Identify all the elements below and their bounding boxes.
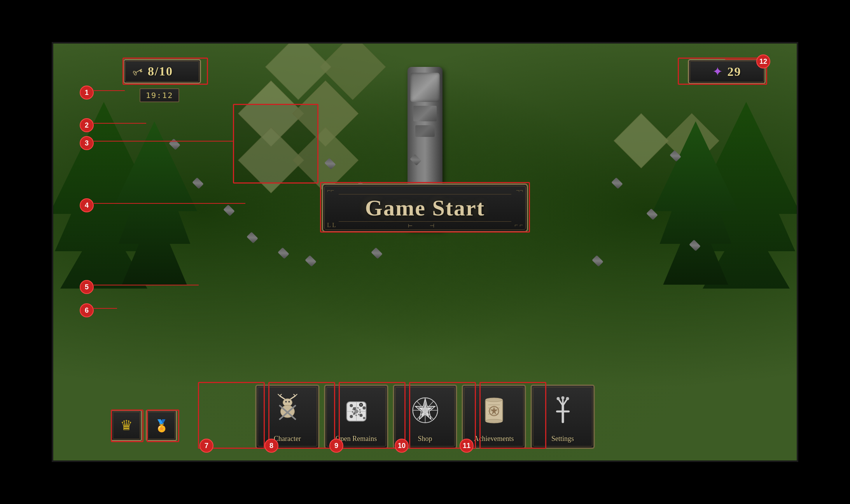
annotation-1: 1 [80, 86, 94, 100]
crown-icon-button[interactable]: ♛ [111, 410, 142, 441]
bottom-menu: Character [254, 385, 596, 449]
achievements-label: Achievements [474, 435, 514, 443]
annotation-line-6 [94, 308, 117, 309]
svg-point-10 [285, 401, 287, 402]
rock-13 [169, 138, 180, 150]
open-remains-icon [341, 394, 372, 427]
game-container: 🗝 8/10 19:12 ✦ 29 ⌐⌐ ¬¬ L L ⌐ ⌐ Game Sta… [52, 42, 798, 462]
settings-button[interactable]: Settings [531, 385, 595, 449]
achievements-button[interactable]: Achievements [462, 385, 526, 449]
svg-point-50 [566, 397, 569, 400]
svg-point-25 [354, 410, 358, 413]
annotation-line-12 [725, 59, 756, 60]
svg-point-41 [485, 398, 502, 402]
keys-counter: 🗝 8/10 [123, 59, 201, 84]
character-label: Character [274, 435, 301, 443]
corner-tr: ¬¬ [516, 187, 523, 194]
rock-3 [247, 232, 258, 243]
annotation-7: 7 [199, 439, 213, 453]
svg-point-11 [288, 401, 290, 402]
annotation-2: 2 [80, 118, 94, 132]
annotation-3: 3 [80, 136, 94, 150]
svg-point-48 [556, 397, 560, 400]
svg-point-18 [360, 404, 362, 406]
annotation-line-3 [94, 141, 234, 142]
crown-symbol: ♛ [120, 417, 133, 434]
game-start-text: Game Start [365, 195, 485, 221]
svg-point-19 [362, 406, 366, 410]
timer-value: 19:12 [146, 91, 173, 100]
svg-line-1 [278, 394, 280, 396]
annotation-8: 8 [264, 439, 278, 453]
annotation-12: 12 [756, 54, 770, 68]
annotation-10: 10 [395, 439, 409, 453]
rock-4 [278, 247, 289, 259]
annotation-4: 4 [80, 198, 94, 212]
timer-display: 19:12 [140, 88, 179, 102]
annotation-line-1 [94, 90, 125, 91]
achievements-icon [478, 394, 509, 427]
rock-7 [371, 247, 383, 259]
character-icon [272, 394, 303, 427]
annotation-11: 11 [460, 439, 474, 453]
shop-icon [409, 394, 441, 427]
svg-line-5 [293, 394, 295, 396]
svg-line-4 [295, 394, 297, 396]
key-icon: 🗝 [130, 63, 146, 80]
settings-label: Settings [551, 435, 574, 443]
svg-point-15 [350, 404, 353, 407]
gems-counter: ✦ 29 [688, 59, 766, 84]
level-selection-area[interactable] [233, 104, 318, 184]
corner-br: ⌐ ⌐ [514, 222, 523, 229]
svg-point-20 [350, 415, 353, 418]
svg-point-49 [561, 396, 564, 399]
medal-symbol: 🏅 [154, 419, 169, 432]
character-button[interactable]: Character [255, 385, 320, 449]
rank-icons-container: ♛ 🏅 [111, 410, 177, 441]
annotation-6: 6 [80, 303, 94, 317]
annotation-9: 9 [329, 439, 343, 453]
gem-icon: ✦ [712, 64, 723, 79]
annotation-line-5 [94, 285, 199, 285]
svg-point-23 [363, 417, 365, 419]
annotation-line-2 [94, 123, 146, 124]
svg-line-2 [280, 394, 282, 396]
settings-icon [547, 394, 578, 427]
rock-15 [592, 255, 603, 267]
gems-value: 29 [728, 65, 742, 79]
corner-bl: L L [327, 222, 336, 229]
svg-point-22 [359, 414, 362, 417]
keys-value: 8/10 [148, 64, 173, 79]
rock-14 [305, 255, 317, 267]
medal-icon-button[interactable]: 🏅 [146, 410, 177, 441]
annotation-5: 5 [80, 280, 94, 294]
rock-2 [223, 205, 235, 216]
svg-point-42 [485, 419, 502, 423]
corner-tl: ⌐⌐ [327, 187, 334, 194]
annotation-line-4 [94, 203, 245, 204]
shop-label: Shop [418, 435, 432, 443]
game-start-button[interactable]: ⌐⌐ ¬¬ L L ⌐ ⌐ Game Start [322, 184, 528, 232]
rock-1 [192, 177, 204, 189]
rock-9 [611, 177, 623, 189]
